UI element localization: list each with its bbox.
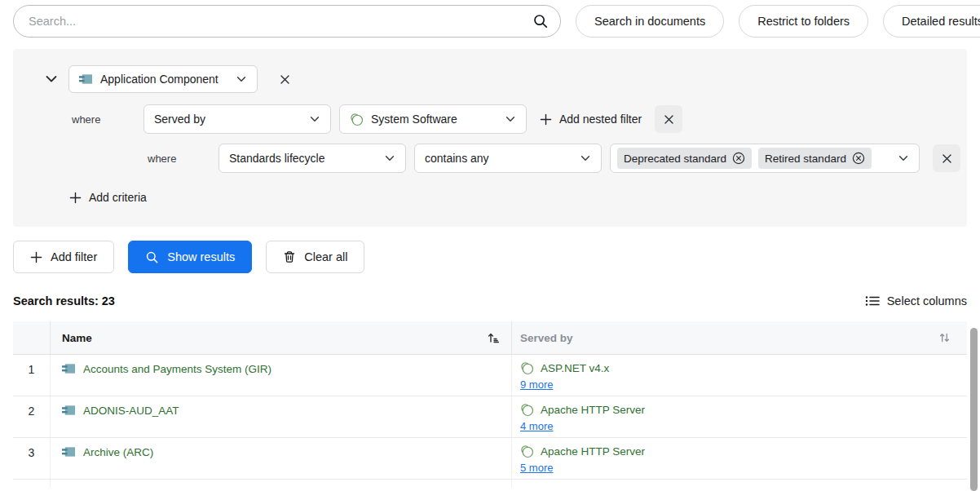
results-bar: Search results: 23 Select columns (13, 294, 967, 307)
tag-label: Deprecated standard (624, 153, 726, 165)
target-type-label: System Software (371, 113, 497, 126)
add-nested-filter-label: Add nested filter (559, 113, 642, 126)
chevron-down-icon (505, 113, 516, 125)
collapse-chevron-icon[interactable] (41, 69, 62, 90)
system-software-link[interactable]: Apache HTTP Server (541, 404, 645, 416)
served-by-cell: Apache HTTP Server 5 more (512, 438, 967, 479)
chevron-down-icon (580, 153, 591, 164)
show-results-label: Show results (167, 250, 235, 263)
remove-tag-icon[interactable] (732, 152, 745, 165)
application-component-icon (79, 73, 93, 85)
system-software-link[interactable]: ASP.NET v4.x (541, 362, 609, 374)
system-software-icon (520, 403, 534, 417)
served-by-cell: ASP.NET v4.x 9 more (512, 355, 967, 396)
where-label: where (148, 153, 219, 165)
application-component-icon (62, 363, 76, 374)
detailed-results-button[interactable]: Detailed results (883, 5, 980, 38)
tag-label: Retired standard (765, 153, 846, 165)
table-row[interactable]: 1 Accounts and Payments System (GIR) ASP… (13, 355, 967, 396)
search-in-documents-button[interactable]: Search in documents (576, 5, 724, 38)
clear-all-label: Clear all (304, 250, 347, 263)
more-link[interactable]: 9 more (520, 378, 553, 391)
table-row-partial (13, 480, 967, 486)
row-number: 1 (13, 355, 51, 396)
remove-root-filter-button[interactable] (272, 67, 297, 91)
served-by-cell (512, 480, 967, 486)
trash-icon (283, 250, 296, 263)
top-bar: Search in documents Restrict to folders … (0, 0, 980, 38)
table-row[interactable]: 2 ADONIS-AUD_AAT Apache HTTP Server 4 mo… (13, 396, 967, 438)
attribute-label: Standards lifecycle (229, 152, 377, 165)
root-entity-type-label: Application Component (100, 73, 228, 86)
add-criteria-row: Add criteria (69, 186, 967, 209)
table-header-row: Name Served by (13, 321, 967, 355)
chevron-down-icon (898, 153, 909, 164)
fact-sheet-link[interactable]: Accounts and Payments System (GIR) (83, 363, 271, 375)
list-icon (865, 294, 880, 307)
name-column-label: Name (62, 332, 92, 344)
search-results-count: Search results: 23 (13, 294, 115, 307)
fact-sheet-link[interactable]: ADONIS-AUD_AAT (83, 405, 179, 417)
row-number: 3 (13, 438, 51, 479)
search-box[interactable] (13, 5, 561, 38)
application-component-icon (62, 446, 76, 458)
remove-criteria-button[interactable] (933, 144, 960, 172)
show-results-button[interactable]: Show results (128, 241, 252, 273)
operator-dropdown[interactable]: contains any (414, 144, 602, 173)
filter-criteria-row-standards: where Standards lifecycle contains any D… (148, 144, 960, 173)
add-criteria-button[interactable]: Add criteria (69, 191, 147, 204)
fact-sheet-link[interactable]: Archive (ARC) (83, 446, 153, 458)
add-nested-filter-button[interactable]: Add nested filter (540, 113, 642, 126)
system-software-link[interactable]: Apache HTTP Server (541, 445, 645, 458)
target-type-dropdown[interactable]: System Software (339, 104, 527, 134)
attribute-dropdown[interactable]: Standards lifecycle (219, 144, 406, 173)
chevron-down-icon (384, 153, 395, 164)
plus-icon (69, 192, 82, 204)
row-number (13, 480, 51, 488)
search-icon[interactable] (532, 13, 549, 29)
remove-tag-icon[interactable] (852, 152, 865, 165)
more-link[interactable]: 5 more (520, 462, 553, 474)
where-label: where (72, 113, 143, 126)
chevron-down-icon (236, 73, 247, 85)
search-icon (145, 250, 159, 264)
sort-ascending-icon[interactable] (487, 331, 500, 344)
system-software-icon (520, 361, 534, 375)
vertical-scrollbar[interactable] (970, 328, 978, 491)
system-software-icon (350, 113, 364, 126)
sort-up-down-icon[interactable] (938, 331, 951, 344)
root-entity-type-dropdown[interactable]: Application Component (68, 65, 258, 93)
add-filter-button[interactable]: Add filter (13, 241, 114, 273)
clear-all-button[interactable]: Clear all (266, 241, 364, 273)
restrict-to-folders-button[interactable]: Restrict to folders (739, 5, 868, 38)
system-software-icon (520, 445, 534, 458)
name-cell: ADONIS-AUD_AAT (51, 396, 512, 437)
name-cell: Archive (ARC) (51, 438, 512, 479)
advanced-search-page: Search in documents Restrict to folders … (0, 0, 980, 491)
filter-panel: Application Component where Served by Sy… (13, 49, 967, 227)
relation-label: Served by (154, 113, 302, 126)
tag-retired-standard: Retired standard (758, 148, 872, 169)
row-number-column-header (13, 321, 51, 354)
results-table: Name Served by 1 Accounts and Payments S… (13, 321, 967, 486)
plus-icon (540, 113, 552, 126)
served-by-column-header[interactable]: Served by (512, 321, 967, 354)
add-filter-label: Add filter (51, 250, 97, 263)
filter-root-row: Application Component (41, 65, 967, 93)
search-input[interactable] (29, 15, 532, 28)
row-number: 2 (13, 396, 51, 437)
table-row[interactable]: 3 Archive (ARC) Apache HTTP Server 5 mor… (13, 438, 967, 480)
more-link[interactable]: 4 more (520, 420, 553, 432)
application-component-icon (62, 405, 76, 416)
name-cell (51, 480, 512, 488)
tag-deprecated-standard: Deprecated standard (617, 148, 752, 169)
chevron-down-icon (309, 113, 320, 125)
tag-values-multiselect[interactable]: Deprecated standard Retired standard (610, 144, 920, 173)
remove-nested-filter-button[interactable] (655, 105, 682, 133)
select-columns-button[interactable]: Select columns (865, 294, 967, 307)
name-column-header[interactable]: Name (51, 321, 512, 354)
actions-row: Add filter Show results Clear all (13, 241, 967, 273)
name-cell: Accounts and Payments System (GIR) (51, 355, 512, 396)
relation-dropdown[interactable]: Served by (143, 104, 331, 134)
add-criteria-label: Add criteria (89, 191, 147, 204)
